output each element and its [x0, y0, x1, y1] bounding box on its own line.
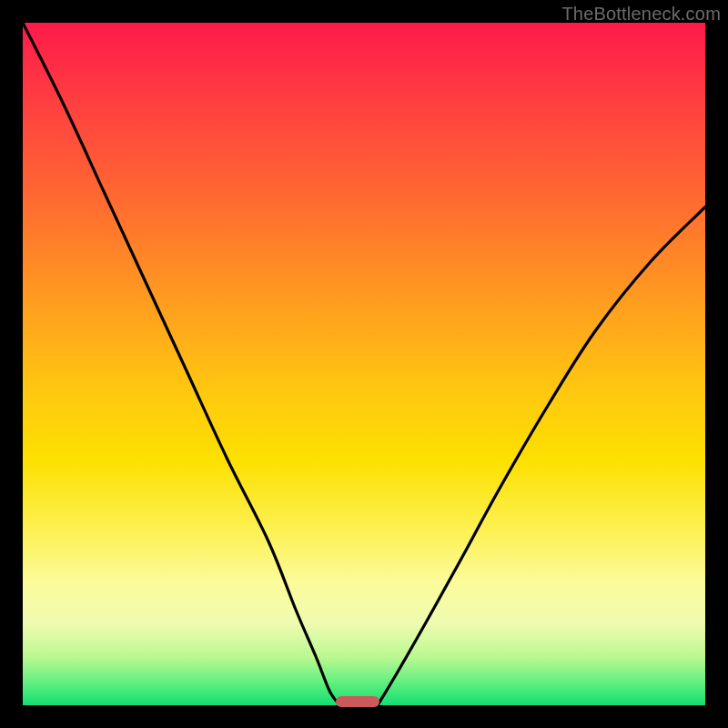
curve-layer	[23, 23, 705, 705]
watermark-text: TheBottleneck.com	[561, 4, 721, 25]
left-curve	[23, 23, 340, 705]
bottleneck-marker	[336, 696, 379, 707]
right-curve	[378, 207, 705, 706]
chart-area	[23, 23, 705, 705]
